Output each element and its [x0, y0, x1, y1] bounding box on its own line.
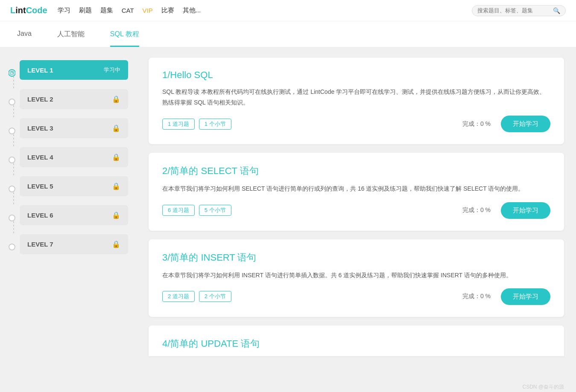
connector-1 — [13, 76, 14, 89]
course-completion-3: 完成：0 % — [462, 293, 491, 300]
level-label-6: LEVEL 6 — [27, 212, 53, 219]
connector-2 — [13, 105, 14, 118]
course-footer-1: 1 道习题 1 个小节 完成：0 % 开始学习 — [162, 116, 550, 132]
logo[interactable]: LintCode — [10, 6, 47, 15]
course-tag-3-1: 2 个小节 — [199, 291, 231, 302]
connector-3 — [13, 134, 14, 147]
nav-vip[interactable]: VIP — [143, 7, 153, 14]
level-card-1[interactable]: LEVEL 1 学习中 — [20, 60, 128, 80]
level-label-4: LEVEL 4 — [27, 154, 53, 161]
start-btn-1[interactable]: 开始学习 — [501, 116, 550, 132]
course-card-2: 2/简单的 SELECT 语句 在本章节我们将学习如何利用 SELECT 语句进… — [149, 153, 564, 230]
nav-learn[interactable]: 学习 — [58, 6, 70, 15]
course-tag-1-0: 1 道习题 — [162, 119, 195, 130]
course-card-3: 3/简单的 INSERT 语句 在本章节我们将学习如何利用 INSERT 语句进… — [149, 239, 564, 317]
level-left-1 — [9, 60, 15, 89]
level-dot-2 — [9, 99, 15, 105]
level-card-2[interactable]: LEVEL 2 🔒 — [20, 89, 128, 109]
course-right-1: 完成：0 % 开始学习 — [462, 116, 550, 132]
lock-icon-6: 🔒 — [112, 211, 120, 219]
connector-6 — [13, 221, 14, 234]
level-row-7: LEVEL 7 🔒 — [9, 234, 128, 258]
nav-other[interactable]: 其他... — [183, 6, 201, 15]
course-title-4[interactable]: 4/简单的 UPDATE 语句 — [162, 337, 550, 350]
course-tags-3: 2 道习题 2 个小节 — [162, 291, 231, 302]
nav-contest[interactable]: 比赛 — [161, 6, 174, 15]
search-box[interactable]: 🔍 — [472, 5, 566, 16]
course-desc-1: SQL 教程导读 本教程所有代码均可在线执行测试，通过 LintCode 学习平… — [162, 87, 550, 108]
level-dot-5 — [9, 186, 15, 192]
tab-sql[interactable]: SQL 教程 — [110, 21, 139, 47]
level-label-7: LEVEL 7 — [27, 241, 53, 248]
course-right-2: 完成：0 % 开始学习 — [462, 202, 550, 219]
level-row-3: LEVEL 3 🔒 — [9, 118, 128, 147]
level-row-4: LEVEL 4 🔒 — [9, 147, 128, 176]
level-card-3[interactable]: LEVEL 3 🔒 — [20, 118, 128, 138]
navbar: LintCode 学习 刷题 题集 CAT VIP 比赛 其他... 🔍 — [0, 0, 576, 21]
course-card-4: 4/简单的 UPDATE 语句 — [149, 325, 564, 356]
level-row-5: LEVEL 5 🔒 — [9, 176, 128, 205]
course-desc-2: 在本章节我们将学习如何利用 SELECT 语句进行简单的行或列的查询，共 16 … — [162, 183, 550, 194]
sidebar: LEVEL 1 学习中 LEVEL 2 🔒 — [0, 47, 137, 392]
tab-ai[interactable]: 人工智能 — [57, 21, 85, 47]
level-left-6 — [9, 205, 15, 234]
nav-problems[interactable]: 刷题 — [79, 6, 92, 15]
course-tags-2: 6 道习题 5 个小节 — [162, 205, 231, 216]
tab-java[interactable]: Java — [17, 21, 32, 47]
tabs-bar: Java 人工智能 SQL 教程 — [0, 21, 576, 47]
nav-links: 学习 刷题 题集 CAT VIP 比赛 其他... — [58, 6, 201, 15]
level-left-3 — [9, 118, 15, 147]
course-title-2[interactable]: 2/简单的 SELECT 语句 — [162, 165, 550, 177]
course-right-3: 完成：0 % 开始学习 — [462, 288, 550, 305]
course-tag-2-0: 6 道习题 — [162, 205, 195, 216]
course-tag-2-1: 5 个小节 — [199, 205, 231, 216]
connector-4 — [13, 163, 14, 176]
course-completion-1: 完成：0 % — [462, 120, 491, 128]
course-tags-1: 1 道习题 1 个小节 — [162, 119, 231, 130]
level-row-2: LEVEL 2 🔒 — [9, 89, 128, 118]
course-desc-3: 在本章节我们将学习如何利用 INSERT 语句进行简单插入数据。共 6 道实例及… — [162, 270, 550, 281]
level-label-1: LEVEL 1 — [27, 67, 53, 74]
course-title-1[interactable]: 1/Hello SQL — [162, 70, 550, 81]
level-left-2 — [9, 89, 15, 118]
connector-5 — [13, 192, 14, 205]
main-container: Java 人工智能 SQL 教程 — [0, 21, 576, 392]
level-left-5 — [9, 176, 15, 205]
level-dot-3 — [9, 128, 15, 134]
level-left-7 — [9, 234, 15, 250]
lock-icon-3: 🔒 — [112, 124, 120, 132]
nav-collections[interactable]: 题集 — [100, 6, 113, 15]
level-label-5: LEVEL 5 — [27, 183, 53, 190]
level-card-7[interactable]: LEVEL 7 🔒 — [20, 234, 128, 254]
course-tag-3-0: 2 道习题 — [162, 291, 195, 302]
course-completion-2: 完成：0 % — [462, 206, 491, 214]
lock-icon-7: 🔒 — [112, 240, 120, 248]
level-row-6: LEVEL 6 🔒 — [9, 205, 128, 234]
level-row-1: LEVEL 1 学习中 — [9, 60, 128, 89]
level-dot-4 — [9, 157, 15, 163]
start-btn-2[interactable]: 开始学习 — [501, 202, 550, 219]
level-left-4 — [9, 147, 15, 176]
level-dot-1 — [9, 70, 15, 76]
level-dot-7 — [9, 244, 15, 250]
search-icon: 🔍 — [553, 7, 560, 14]
level-card-4[interactable]: LEVEL 4 🔒 — [20, 147, 128, 167]
level-label-3: LEVEL 3 — [27, 125, 53, 132]
level-card-5[interactable]: LEVEL 5 🔒 — [20, 176, 128, 196]
watermark: CSDN @奋斗的源 — [137, 380, 576, 392]
course-card-1: 1/Hello SQL SQL 教程导读 本教程所有代码均可在线执行测试，通过 … — [149, 58, 564, 144]
course-title-3[interactable]: 3/简单的 INSERT 语句 — [162, 251, 550, 264]
nav-cat[interactable]: CAT — [122, 7, 134, 14]
level-badge-1: 学习中 — [104, 66, 120, 74]
level-card-6[interactable]: LEVEL 6 🔒 — [20, 205, 128, 225]
course-footer-3: 2 道习题 2 个小节 完成：0 % 开始学习 — [162, 288, 550, 305]
course-footer-2: 6 道习题 5 个小节 完成：0 % 开始学习 — [162, 202, 550, 219]
search-input[interactable] — [477, 7, 550, 14]
main-content: 1/Hello SQL SQL 教程导读 本教程所有代码均可在线执行测试，通过 … — [137, 47, 576, 380]
lock-icon-4: 🔒 — [112, 153, 120, 161]
course-tag-1-1: 1 个小节 — [199, 119, 231, 130]
level-dot-6 — [9, 215, 15, 221]
level-label-2: LEVEL 2 — [27, 96, 53, 103]
start-btn-3[interactable]: 开始学习 — [501, 288, 550, 305]
lock-icon-5: 🔒 — [112, 182, 120, 190]
